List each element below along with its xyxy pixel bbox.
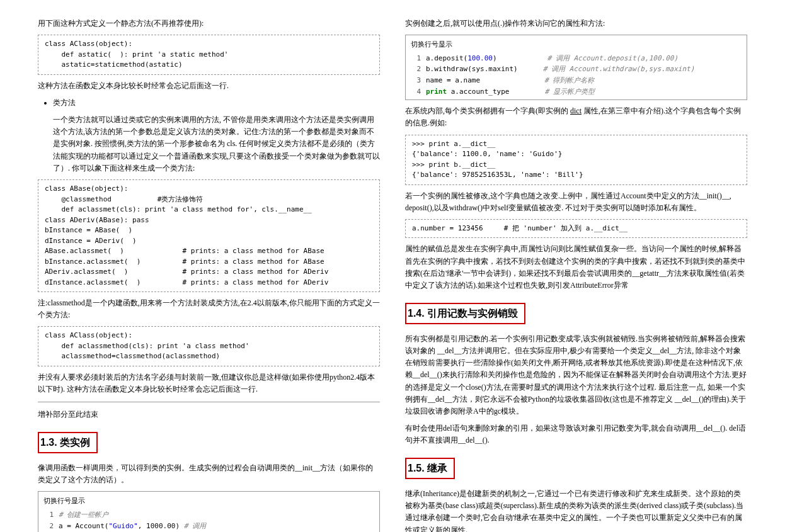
bullet-list: 类方法 一个类方法就可以通过类或它的实例来调用的方法, 不管你是用类来调用这个方…: [53, 97, 380, 174]
code-title: 切换行号显示: [43, 494, 374, 509]
para: 这种方法在函数定义本身比较长时经常会忘记后面这一行.: [38, 80, 380, 92]
code-block-static: class AClass(object): def astatic( ): pr…: [38, 35, 380, 75]
code-title: 切换行号显示: [411, 38, 742, 53]
list-item: 类方法 一个类方法就可以通过类或它的实例来调用的方法, 不管你是用类来调用这个方…: [53, 97, 380, 174]
code-block-dot-access: 切换行号显示 1a.deposit(100.00)# 调用 Account.de…: [405, 35, 747, 100]
code-line: 1# 创建一些帐户: [43, 509, 374, 521]
code-line: 2a = Account("Guido", 1000.00) # 调用: [43, 521, 374, 532]
left-column: 用下面这种方式定义一个静态方法(不再推荐使用): class AClass(ob…: [38, 13, 380, 532]
code-block-classmethod: class ABase(object): @classmethod #类方法修饰…: [38, 179, 380, 292]
code-block-add-attr: a.number = 123456 # 把 'number' 加入到 a.__d…: [405, 219, 747, 239]
section-heading-1-5: 1.5. 继承: [405, 458, 455, 479]
divider: [38, 402, 380, 402]
heading-text: 1.3. 类实例: [40, 434, 90, 451]
list-label: 类方法: [53, 98, 76, 107]
para: 属性的赋值总是发生在实例字典中,而属性访问则比属性赋值复杂一些。当访问一个属性的…: [405, 243, 747, 291]
code-block-classmethod2: class AClass(object): def aclassmethod(c…: [38, 326, 380, 366]
heading-text: 1.4. 引用记数与实例销毁: [408, 305, 518, 322]
code-line: 2b.withdraw(sys.maxint)# 调用 Account.with…: [411, 64, 742, 75]
para: 用下面这种方式定义一个静态方法(不再推荐使用):: [38, 18, 380, 30]
code-line: 4print a.account_type# 显示帐户类型: [411, 86, 742, 98]
code-block-dict-output: >>> print a.__dict__ {'balance': 1100.0,…: [405, 135, 747, 185]
para: 像调用函数一样调用类，可以得到类的实例。生成实例的过程会自动调用类的__init…: [38, 462, 380, 486]
heading-text: 1.5. 继承: [408, 460, 447, 477]
para: 所有实例都是引用记数的.若一个实例引用记数变成零,该实例就被销毁.当实例将被销毁…: [405, 333, 747, 417]
para: 继承(Inheritance)是创建新类的机制之一,它通过一个已有类进行修改和扩…: [405, 488, 747, 532]
code-line: 1a.deposit(100.00)# 调用 Account.deposit(a…: [411, 53, 742, 64]
code-line: 3name = a.name# 得到帐户名称: [411, 75, 742, 86]
sub-para: 一个类方法就可以通过类或它的实例来调用的方法, 不管你是用类来调用这个方法还是类…: [53, 114, 380, 174]
para: 并没有人要求必须封装后的方法名字必须与封装前一致,但建议你总是这样做(如果你使用…: [38, 371, 380, 395]
para: 有时会使用del语句来删除对象的引用，如果这导致该对象引用记数变为零,就会自动调…: [405, 422, 747, 446]
para: 实例创建之后,就可以使用点(.)操作符来访问它的属性和方法:: [405, 18, 747, 30]
para: 若一个实例的属性被修改,这个字典也随之改变.上例中，属性通过Account类中定…: [405, 190, 747, 214]
para: 注:classmethod是一个内建函数,用来将一个方法封装成类方法,在2.4以…: [38, 297, 380, 321]
right-column: 实例创建之后,就可以使用点(.)操作符来访问它的属性和方法: 切换行号显示 1a…: [405, 13, 747, 532]
code-block-account-create: 切换行号显示 1# 创建一些帐户 2a = Account("Guido", 1…: [38, 491, 380, 532]
section-heading-1-4: 1.4. 引用记数与实例销毁: [405, 303, 525, 324]
para: 增补部分至此结束: [38, 409, 380, 421]
para: 在系统内部,每个类实例都拥有一个字典(即实例的 dict 属性,在第三章中有介绍…: [405, 105, 747, 129]
section-heading-1-3: 1.3. 类实例: [38, 432, 98, 453]
